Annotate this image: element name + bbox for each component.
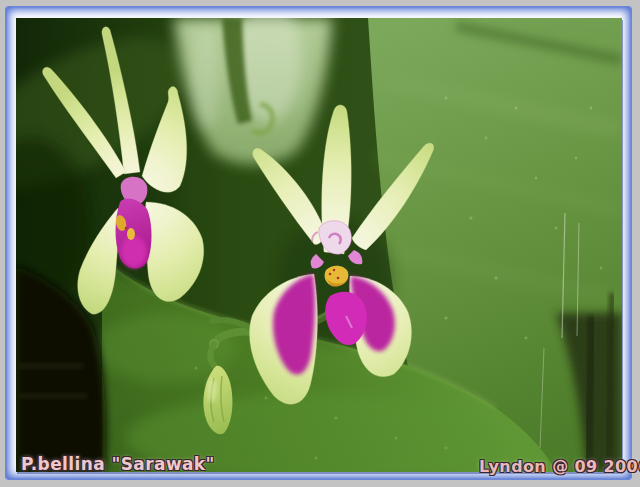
photo-canvas	[16, 18, 622, 472]
caption-photographer-credit: Lyndon @ 09 2006	[479, 457, 640, 476]
orchid-photograph	[16, 18, 622, 472]
caption-species-label: P.bellina "Sarawak"	[21, 454, 215, 474]
